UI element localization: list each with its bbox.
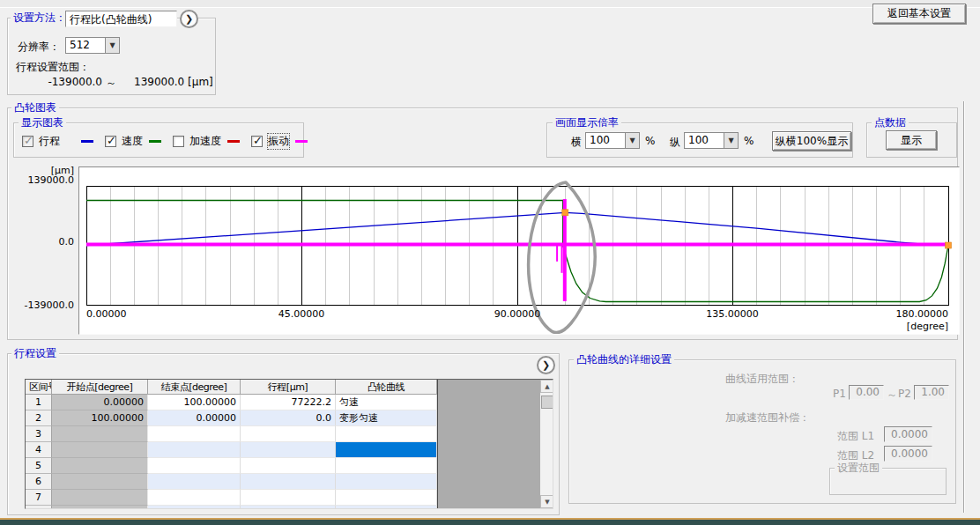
point-data-group-label: 点数据	[872, 116, 909, 129]
chevron-down-icon[interactable]: ▼	[625, 132, 640, 149]
scroll-down-icon[interactable]: ▼	[540, 495, 553, 508]
horizontal-zoom-label: 横	[571, 135, 582, 150]
table-cell[interactable]: 变形匀速	[336, 410, 437, 426]
point-data-show-button[interactable]: 显示	[886, 130, 937, 150]
table-cell[interactable]: 4	[26, 442, 52, 458]
setting-range-group-label: 设置范围	[835, 462, 882, 474]
table-cell[interactable]: 100.00000	[52, 410, 148, 426]
resolution-label: 分辨率：	[18, 40, 60, 55]
table-cell[interactable]	[52, 426, 148, 442]
table-cell[interactable]	[336, 474, 437, 490]
legend-label-stroke: 行程	[39, 134, 60, 149]
scroll-up-icon[interactable]: ▲	[540, 380, 553, 393]
table-vertical-scrollbar[interactable]: ▲ ▼	[540, 380, 553, 508]
chevron-down-icon[interactable]: ▼	[105, 37, 120, 54]
x-axis-tick-0: 0.00000	[86, 308, 127, 320]
table-cell[interactable]: 3	[26, 426, 52, 442]
table-cell[interactable]	[336, 490, 437, 506]
table-cell[interactable]: 5	[26, 458, 52, 474]
table-cell[interactable]	[52, 474, 148, 490]
vertical-zoom-combobox[interactable]: 100 ▼	[684, 132, 739, 149]
table-cell[interactable]	[241, 426, 336, 442]
x-axis-unit-label: [degree]	[887, 321, 948, 332]
table-cell[interactable]: 6	[26, 474, 52, 490]
table-cell[interactable]: 77222.2	[241, 395, 336, 410]
vertical-zoom-value: 100	[684, 132, 724, 149]
stroke-range-tilde: ～	[106, 76, 116, 91]
curve-detail-group-label: 凸轮曲线的详细设置	[574, 353, 674, 366]
p2-field[interactable]: 1.00	[914, 385, 949, 400]
stroke-settings-group-label: 行程设置	[11, 347, 59, 359]
table-cell[interactable]	[52, 442, 148, 458]
table-cell[interactable]	[336, 458, 437, 474]
table-cell[interactable]	[336, 442, 437, 458]
legend-label-vibration: 振动	[268, 134, 289, 149]
p1-field[interactable]: 0.00	[849, 385, 884, 400]
legend-row: 行程速度加速度振动	[22, 134, 308, 149]
table-cell[interactable]: 匀速	[336, 395, 437, 410]
table-cell[interactable]	[148, 474, 241, 490]
table-cell[interactable]	[241, 506, 336, 509]
back-to-basic-settings-button[interactable]: 返回基本设置	[872, 4, 966, 24]
p2-label: P2	[898, 388, 911, 400]
table-cell[interactable]	[336, 426, 437, 442]
method-group-label: 设置方法：	[11, 11, 69, 24]
legend-group-label: 显示图表	[19, 116, 66, 129]
chevron-down-icon[interactable]: ▼	[724, 132, 739, 149]
legend-item-acceleration: 加速度	[173, 134, 240, 149]
table-cell[interactable]	[52, 490, 148, 506]
legend-color-dash-acceleration	[227, 140, 240, 143]
top-strip	[0, 0, 980, 7]
legend-color-dash-stroke	[81, 140, 93, 143]
stroke-range-max: 139000.0 [μm]	[134, 76, 213, 88]
table-cell[interactable]: 8	[26, 506, 52, 509]
vertical-zoom-label: 纵	[670, 135, 680, 150]
vertical-zoom-unit: %	[744, 135, 754, 147]
table-cell[interactable]	[241, 474, 336, 490]
y-axis-tick-zero: 0.0	[4, 236, 74, 248]
scrollbar-thumb[interactable]	[541, 396, 553, 409]
stroke-range-label: 行程设置范围：	[16, 60, 90, 75]
p1-label: P1	[833, 388, 846, 400]
table-cell[interactable]	[148, 458, 241, 474]
method-expand-button[interactable]: ❯	[180, 10, 198, 28]
legend-label-velocity: 速度	[122, 134, 143, 149]
table-cell[interactable]	[148, 442, 241, 458]
column-header-0: 区间号	[26, 380, 52, 395]
table-cell[interactable]: 0.00000	[148, 410, 241, 426]
table-cell[interactable]: 2	[26, 410, 52, 426]
table-cell[interactable]: 1	[26, 395, 52, 410]
legend-checkbox-acceleration[interactable]	[173, 136, 184, 147]
horizontal-zoom-combobox[interactable]: 100 ▼	[585, 132, 640, 149]
table-cell[interactable]: 0.0	[241, 410, 336, 426]
cam-chart-group-label: 凸轮图表	[11, 101, 59, 114]
table-cell[interactable]: 0.00000	[52, 395, 148, 410]
table-cell[interactable]	[241, 442, 336, 458]
right-divider-light	[964, 101, 965, 513]
range-l1-field[interactable]: 0.0000	[884, 426, 932, 442]
legend-checkbox-velocity[interactable]	[105, 136, 116, 147]
x-axis-tick-135: 135.00000	[704, 308, 761, 320]
table-cell[interactable]	[52, 506, 148, 509]
legend-checkbox-vibration[interactable]	[251, 136, 263, 147]
column-header-2: 结束点[degree]	[148, 380, 241, 395]
table-cell[interactable]	[241, 490, 336, 506]
stroke-range-min: -139000.0	[35, 76, 102, 88]
table-cell[interactable]: 100.00000	[148, 395, 241, 410]
table-cell[interactable]	[148, 490, 241, 506]
stroke-settings-table[interactable]: 区间号开始点[degree]结束点[degree]行程[μm]凸轮曲线10.00…	[25, 379, 553, 509]
table-cell[interactable]	[241, 458, 336, 474]
table-cell[interactable]	[148, 506, 241, 509]
fit-100-percent-button[interactable]: 纵横100%显示	[772, 131, 851, 151]
table-expand-button[interactable]: ❯	[537, 356, 555, 374]
table-cell[interactable]	[52, 458, 148, 474]
method-value-field[interactable]: 行程比(凸轮曲线)	[65, 11, 177, 27]
table-cell[interactable]	[336, 506, 437, 509]
range-l2-field[interactable]: 0.0000	[884, 446, 932, 462]
horizontal-zoom-unit: %	[645, 135, 655, 147]
resolution-combobox[interactable]: 512 ▼	[65, 37, 120, 54]
table-cell[interactable]	[148, 426, 241, 442]
legend-checkbox-stroke[interactable]	[22, 136, 33, 147]
legend-color-dash-velocity	[149, 140, 161, 143]
table-cell[interactable]: 7	[26, 490, 52, 506]
